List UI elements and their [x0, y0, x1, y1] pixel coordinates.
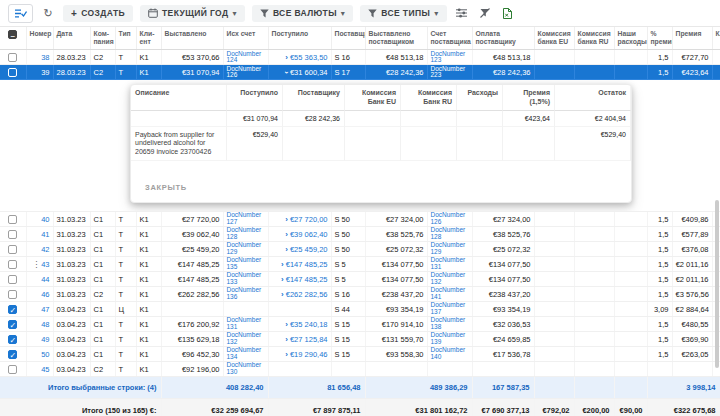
column-header-num[interactable]: Номер [26, 27, 53, 50]
expand-row-icon[interactable]: › [285, 335, 288, 344]
document-link[interactable]: DocNumber 140 [431, 347, 469, 361]
expand-row-icon[interactable]: › [285, 245, 288, 254]
document-link[interactable]: DocNumber 132 [431, 272, 469, 286]
row-number-link[interactable]: 50 [41, 350, 49, 359]
document-link[interactable]: DocNumber 134 [227, 347, 265, 361]
period-filter-button[interactable]: ТЕКУЩИЙ ГОД ▾ [140, 5, 245, 22]
document-link[interactable]: DocNumber 128 [431, 227, 469, 241]
row-number-link[interactable]: 44 [41, 275, 49, 284]
close-detail-button[interactable]: ЗАКРЫТЬ [137, 179, 195, 196]
expand-row-icon[interactable]: › [281, 275, 284, 284]
document-link[interactable]: DocNumber 124 [227, 51, 265, 65]
row-number-link[interactable]: 45 [41, 365, 49, 374]
column-header-client[interactable]: Кли-ент [136, 27, 161, 50]
refresh-button[interactable]: ↻ [40, 5, 56, 21]
row-checkbox[interactable] [8, 290, 17, 299]
document-link[interactable]: DocNumber 126 [431, 212, 469, 226]
column-header-type[interactable]: Тип [115, 27, 136, 50]
document-link[interactable]: DocNumber 132 [227, 332, 265, 346]
row-checkbox[interactable] [8, 230, 17, 239]
row-number-link[interactable]: 41 [41, 230, 49, 239]
table-row[interactable]: ✓4803.04.23C1TK1€176 200,92DocNumber 131… [0, 317, 720, 332]
column-header-company[interactable]: Ком-пания [90, 27, 115, 50]
table-row[interactable]: 3928.03.23C2TK1€31 070,94DocNumber 126›€… [0, 65, 720, 80]
expand-row-icon[interactable]: › [285, 320, 288, 329]
column-header-supplier[interactable]: Поставщик [331, 27, 365, 50]
row-number-link[interactable]: 38 [41, 53, 49, 62]
document-link[interactable]: DocNumber 131 [227, 317, 265, 331]
currency-filter-button[interactable]: ВСЕ ВАЛЮТЫ ▾ [252, 5, 353, 22]
row-number-link[interactable]: 43 [41, 260, 49, 269]
table-row[interactable]: ⋮4331.03.23C1TK1€147 485,25DocNumber 135… [0, 257, 720, 272]
document-link[interactable]: DocNumber 139 [431, 332, 469, 346]
row-number-link[interactable]: 47 [41, 305, 49, 314]
document-link[interactable]: DocNumber 137 [431, 302, 469, 316]
column-header-expenses[interactable]: Наши расходы [614, 27, 647, 50]
row-checkbox[interactable]: ✓ [8, 305, 17, 314]
table-row[interactable]: 3828.03.23C2TK1€53 370,66DocNumber 124›€… [0, 50, 720, 65]
collapse-row-icon[interactable]: › [282, 71, 291, 74]
clear-filters-button[interactable] [477, 5, 493, 21]
row-checkbox[interactable] [8, 275, 17, 284]
expand-row-icon[interactable]: › [285, 230, 288, 239]
document-link[interactable]: DocNumber 130 [227, 362, 265, 376]
document-link[interactable]: DocNumber 138 [431, 317, 469, 331]
type-filter-button[interactable]: ВСЕ ТИПЫ ▾ [360, 5, 446, 22]
create-button[interactable]: + СОЗДАТЬ [63, 5, 133, 22]
column-header-supplier_doc[interactable]: Счет поставщика [427, 27, 472, 50]
table-row[interactable]: ✓5003.04.23C1TK1€96 452,30DocNumber 134›… [0, 347, 720, 362]
row-checkbox[interactable]: ✓ [8, 350, 17, 359]
document-link[interactable]: DocNumber 135 [227, 257, 265, 271]
expand-row-icon[interactable]: › [285, 53, 288, 62]
column-header-fee_eu[interactable]: Комиссия банка EU [534, 27, 574, 50]
row-menu-icon[interactable]: ⋮ [32, 260, 40, 269]
row-checkbox[interactable] [8, 245, 17, 254]
document-link[interactable]: DocNumber 126 [227, 66, 265, 80]
column-header-pct[interactable]: % премии [647, 27, 672, 50]
select-all-checkbox[interactable]: – [8, 30, 17, 39]
row-checkbox[interactable] [8, 68, 17, 77]
row-number-link[interactable]: 40 [41, 215, 49, 224]
column-header-issued[interactable]: Выставлено [161, 27, 223, 50]
row-checkbox[interactable] [8, 215, 17, 224]
column-header-date[interactable]: Дата [53, 27, 90, 50]
export-excel-button[interactable] [500, 5, 516, 21]
document-link[interactable]: DocNumber 129 [431, 242, 469, 256]
document-link[interactable]: DocNumber 136 [227, 287, 265, 301]
tune-button[interactable] [454, 5, 470, 21]
document-link[interactable]: DocNumber 133 [227, 272, 265, 286]
document-link[interactable]: DocNumber 129 [227, 242, 265, 256]
row-number-link[interactable]: 48 [41, 320, 49, 329]
table-row[interactable]: 4031.03.23C1TK1€27 720,00DocNumber 127›€… [0, 212, 720, 227]
document-link[interactable]: DocNumber 128 [227, 227, 265, 241]
table-row[interactable]: 4431.03.23C1TK1€147 485,25DocNumber 133›… [0, 272, 720, 287]
vertical-scrollbar[interactable] [715, 200, 719, 368]
row-number-link[interactable]: 39 [41, 68, 49, 77]
row-number-link[interactable]: 46 [41, 290, 49, 299]
row-number-link[interactable]: 42 [41, 245, 49, 254]
row-checkbox[interactable] [8, 260, 17, 269]
expand-row-icon[interactable]: › [285, 350, 288, 359]
row-checkbox[interactable]: ✓ [8, 320, 17, 329]
document-link[interactable]: DocNumber 123 [431, 51, 469, 65]
column-header-received[interactable]: Поступило [268, 27, 331, 50]
column-header-issued_doc[interactable]: Исх счет [223, 27, 268, 50]
column-header-cb[interactable]: – [0, 27, 26, 50]
table-row[interactable]: 4231.03.23C1TK1€25 459,20DocNumber 129›€… [0, 242, 720, 257]
expand-row-icon[interactable]: › [285, 215, 288, 224]
column-header-kl[interactable]: Кл [712, 27, 720, 50]
table-row[interactable]: ✓4903.04.23C1TK1€135 629,18DocNumber 132… [0, 332, 720, 347]
table-row[interactable]: 4131.03.23C1TK1€39 062,40DocNumber 128›€… [0, 227, 720, 242]
column-header-fee_ru[interactable]: Комиссия банка RU [574, 27, 614, 50]
document-link[interactable]: DocNumber 223 [431, 66, 469, 80]
document-link[interactable]: DocNumber 141 [431, 287, 469, 301]
table-row[interactable]: 4631.03.23C2TK1€262 282,56DocNumber 136›… [0, 287, 720, 302]
expand-row-icon[interactable]: › [281, 290, 284, 299]
row-checkbox[interactable]: ✓ [8, 335, 17, 344]
column-header-premium[interactable]: Премия [672, 27, 712, 50]
expand-row-icon[interactable]: › [281, 260, 284, 269]
select-mode-button[interactable] [8, 4, 33, 23]
row-checkbox[interactable] [8, 53, 17, 62]
row-number-link[interactable]: 49 [41, 335, 49, 344]
row-checkbox[interactable] [8, 365, 17, 374]
